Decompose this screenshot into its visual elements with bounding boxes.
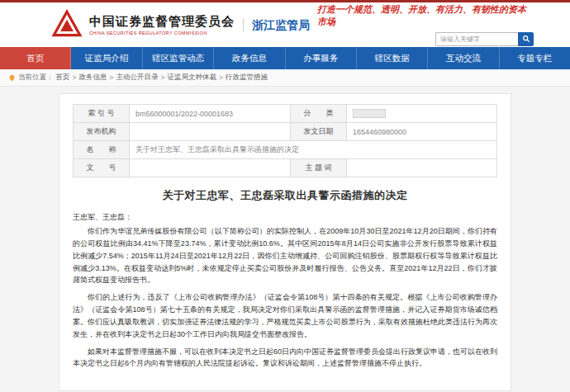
search-button[interactable] (518, 32, 534, 46)
breadcrumb-link[interactable]: 证监局文种体裁 (167, 73, 216, 83)
nav-item-bureau-intro[interactable]: 证监局介绍 (71, 47, 142, 69)
nav-item-interaction[interactable]: 互动交流 (428, 47, 499, 69)
site-header: 中国证券监督管理委员会 CHINA SECURITIES REGULATORY … (0, 2, 570, 47)
nav-item-home[interactable]: 首页 (0, 47, 71, 69)
breadcrumb-separator: > (73, 73, 77, 82)
table-row: 名 称 关于对王忠军、王忠磊采取出具警示函措施的决定 (74, 141, 497, 159)
breadcrumb-separator: > (109, 73, 113, 82)
search-input[interactable] (435, 32, 518, 46)
location-icon (8, 74, 16, 82)
index-value: bm56000001/2022-00001683 (130, 105, 291, 123)
bureau-name: 浙江监管局 (243, 18, 310, 32)
search-box (435, 32, 534, 46)
docno-label: 文 号 (74, 159, 130, 177)
name-label: 名 称 (74, 141, 130, 159)
subject-label: 主 题 词 (291, 159, 347, 177)
nav-item-gov-info[interactable]: 政务信息 (214, 47, 285, 69)
org-name-en: CHINA SECURITIES REGULATORY COMMISSION (89, 31, 235, 35)
org-name: 中国证券监督管理委员会 (89, 14, 235, 29)
nav-item-special-topics[interactable]: 专题专栏 (500, 47, 570, 69)
table-row: 索 引 号 bm56000001/2022-00001683 分 类 (74, 105, 497, 123)
document-title: 关于对王忠军、王忠磊采取出具警示函措施的决定 (73, 188, 497, 203)
csrc-logo (51, 9, 83, 40)
docno-value (130, 159, 291, 177)
main-nav: 首页 证监局介绍 辖区监管动态 政务信息 办事服务 辖区数据 互动交流 专题专栏 (0, 47, 570, 69)
salutation: 王忠军、王忠磊： (73, 212, 497, 223)
category-select[interactable] (353, 109, 386, 118)
breadcrumb-separator: > (160, 73, 164, 82)
subject-value (347, 159, 497, 177)
publisher-value (130, 123, 291, 141)
paragraph: 你们作为华谊兄弟传媒股份有限公司（以下简称公司）的实际控制人，在2009年10月… (73, 225, 497, 286)
table-row: 文 号 主 题 词 (74, 159, 497, 177)
paragraph: 如果对本监督管理措施不服，可以在收到本决定书之日起60日内向中国证券监督管理委员… (73, 346, 497, 371)
breadcrumb-link[interactable]: 行政监管措施 (226, 73, 268, 83)
breadcrumb-label: 当前位置： (18, 73, 54, 83)
breadcrumb-link[interactable]: 政务信息 (78, 73, 107, 83)
breadcrumb-link[interactable]: 首页 (56, 73, 70, 83)
slogan-text: 打造一个规范、透明、开放、有活力、有韧性的资本市场 (317, 3, 534, 28)
date-label: 发文日期 (291, 123, 347, 141)
category-value (347, 105, 497, 123)
name-value: 关于对王忠军、王忠磊采取出具警示函措施的决定 (130, 141, 497, 159)
index-label: 索 引 号 (74, 105, 130, 123)
org-name-block: 中国证券监督管理委员会 CHINA SECURITIES REGULATORY … (89, 14, 235, 35)
category-label: 分 类 (291, 105, 347, 123)
publisher-label: 发布机构 (74, 123, 130, 141)
date-value: 1654460980000 (347, 123, 497, 141)
content-box: 索 引 号 bm56000001/2022-00001683 分 类 发布机构 … (59, 93, 511, 391)
table-row: 发布机构 发文日期 1654460980000 (74, 123, 497, 141)
nav-item-regional-supervision[interactable]: 辖区监管动态 (143, 47, 214, 69)
breadcrumb-separator: > (219, 73, 223, 82)
header-right: 打造一个规范、透明、开放、有活力、有韧性的资本市场 (317, 3, 534, 46)
nav-item-regional-data[interactable]: 辖区数据 (357, 47, 428, 69)
search-icon (522, 35, 530, 43)
paragraph: 你们的上述行为，违反了《上市公司收购管理办法》（证监会令第108号）第十四条的有… (73, 291, 497, 340)
document-meta-table: 索 引 号 bm56000001/2022-00001683 分 类 发布机构 … (73, 104, 497, 177)
nav-item-services[interactable]: 办事服务 (286, 47, 357, 69)
breadcrumb: 当前位置： 首页 > 政务信息 > 主动公开目录 > 证监局文种体裁 > 行政监… (0, 69, 570, 87)
breadcrumb-link[interactable]: 主动公开目录 (116, 73, 158, 83)
